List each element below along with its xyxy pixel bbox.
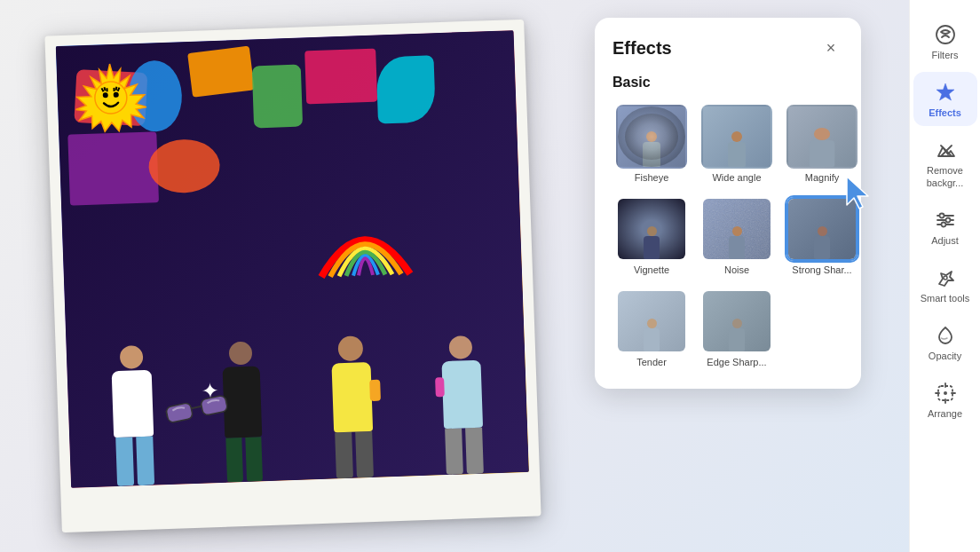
remove-bg-label: Remove backgr... bbox=[919, 165, 972, 188]
toolbar-item-adjust[interactable]: Adjust bbox=[913, 200, 977, 254]
effect-vignette[interactable]: Vignette bbox=[612, 193, 691, 279]
toolbar-item-smart-tools[interactable]: Smart tools bbox=[913, 257, 977, 311]
effect-label-fisheye: Fisheye bbox=[635, 172, 669, 183]
effects-icon bbox=[934, 81, 957, 104]
photo-content[interactable]: ✦ bbox=[56, 30, 529, 488]
sparkle-sticker[interactable]: ✦ bbox=[201, 378, 219, 404]
effect-magnify[interactable]: Magnify bbox=[783, 101, 861, 186]
effects-label: Effects bbox=[929, 107, 961, 119]
canvas-area: ✦ bbox=[0, 0, 586, 552]
effect-wide-angle[interactable]: Wide angle bbox=[698, 101, 776, 186]
effect-label-noise: Noise bbox=[724, 264, 749, 275]
effect-thumbnail-tender bbox=[616, 289, 687, 353]
effect-label-tender: Tender bbox=[636, 357, 667, 367]
toolbar-item-arrange[interactable]: Arrange bbox=[913, 373, 977, 427]
svg-point-15 bbox=[937, 26, 954, 43]
smart-tools-label: Smart tools bbox=[921, 293, 970, 304]
effect-label-wide-angle: Wide angle bbox=[712, 172, 761, 183]
svg-point-22 bbox=[944, 276, 947, 280]
effect-thumbnail-fisheye bbox=[616, 105, 687, 169]
toolbar-item-opacity[interactable]: Opacity bbox=[913, 315, 977, 369]
effects-grid: Fisheye Wide angle bbox=[612, 101, 843, 371]
effect-thumbnail-wide-angle bbox=[701, 105, 772, 169]
arrange-label: Arrange bbox=[928, 408, 962, 420]
svg-line-8 bbox=[115, 87, 116, 91]
effect-fisheye[interactable]: Fisheye bbox=[612, 101, 691, 186]
svg-rect-10 bbox=[166, 402, 194, 422]
effect-thumbnail-noise bbox=[701, 197, 772, 261]
panel-title: Effects bbox=[612, 38, 672, 59]
effect-thumbnail-magnify bbox=[786, 105, 858, 169]
smart-tools-icon bbox=[934, 266, 957, 289]
effect-label-strong-sharp: Strong Shar... bbox=[792, 264, 851, 275]
adjust-icon bbox=[934, 209, 957, 232]
effect-label-magnify: Magnify bbox=[805, 172, 840, 183]
svg-line-12 bbox=[191, 406, 202, 408]
arrange-icon bbox=[934, 382, 957, 405]
cursor-indicator bbox=[843, 175, 875, 216]
opacity-icon bbox=[934, 324, 957, 347]
effects-panel: Effects × Basic Fisheye bbox=[595, 18, 861, 389]
effect-label-edge-sharp: Edge Sharp... bbox=[707, 357, 766, 367]
svg-line-5 bbox=[104, 87, 105, 91]
filters-icon bbox=[934, 23, 957, 46]
effect-tender[interactable]: Tender bbox=[612, 286, 691, 371]
svg-point-1 bbox=[94, 81, 127, 114]
polaroid-frame: ✦ bbox=[44, 20, 541, 533]
close-button[interactable]: × bbox=[818, 35, 843, 60]
effect-label-vignette: Vignette bbox=[634, 264, 669, 275]
effect-noise[interactable]: Noise bbox=[698, 193, 776, 279]
toolbar-item-remove-background[interactable]: Remove backgr... bbox=[913, 130, 977, 195]
effect-edge-sharp[interactable]: Edge Sharp... bbox=[698, 286, 776, 371]
svg-point-19 bbox=[939, 213, 944, 217]
effect-thumbnail-edge-sharp bbox=[701, 289, 772, 353]
adjust-label: Adjust bbox=[931, 235, 959, 247]
svg-point-21 bbox=[941, 222, 945, 226]
svg-point-24 bbox=[944, 391, 947, 395]
basic-section-title: Basic bbox=[612, 75, 843, 91]
effect-thumbnail-vignette bbox=[616, 197, 687, 261]
svg-point-20 bbox=[945, 217, 950, 222]
toolbar-item-filters[interactable]: Filters bbox=[913, 14, 977, 68]
remove-bg-icon bbox=[934, 138, 957, 162]
filters-label: Filters bbox=[932, 50, 959, 61]
right-toolbar: Filters Effects Remove backgr... bbox=[909, 0, 980, 552]
sun-sticker[interactable] bbox=[74, 61, 147, 135]
opacity-label: Opacity bbox=[929, 351, 961, 362]
toolbar-item-effects[interactable]: Effects bbox=[913, 72, 977, 126]
panel-header: Effects × bbox=[612, 35, 843, 60]
